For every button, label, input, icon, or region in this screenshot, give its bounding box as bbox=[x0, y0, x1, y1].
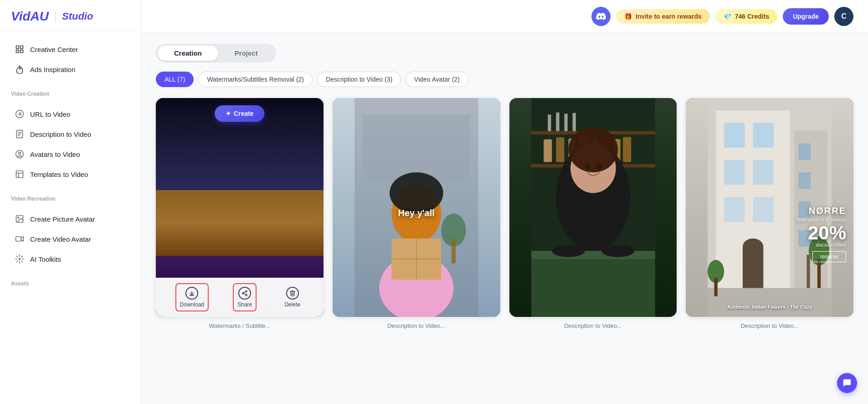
svg-rect-11 bbox=[16, 171, 23, 178]
svg-rect-2 bbox=[16, 50, 19, 53]
svg-rect-48 bbox=[623, 137, 631, 162]
section-label-assets: Assets bbox=[0, 273, 141, 290]
logo-studio: Studio bbox=[62, 10, 93, 22]
svg-point-55 bbox=[601, 245, 634, 257]
svg-rect-76 bbox=[817, 259, 821, 288]
svg-rect-25 bbox=[363, 114, 470, 181]
sidebar-item-url-to-video[interactable]: URL to Video bbox=[4, 104, 137, 124]
create-button[interactable]: ✦ Create bbox=[215, 105, 265, 122]
card4-overlay: NØRRE Now open to Business 20% discount … bbox=[693, 206, 846, 262]
grid-icon bbox=[15, 44, 25, 54]
video-card-1[interactable]: ✦ Create Download bbox=[156, 98, 324, 317]
file-text-icon bbox=[15, 129, 25, 139]
sidebar-label-ads-inspiration: Ads Inspiration bbox=[30, 66, 75, 73]
card4-bottom-text: Authentic Italian Flavors - The Cozy bbox=[686, 304, 853, 310]
content-area: Creation Project ALL (7) Watermarks/Subt… bbox=[141, 33, 868, 404]
svg-point-17 bbox=[19, 258, 20, 259]
download-icon bbox=[185, 287, 198, 300]
svg-point-56 bbox=[584, 163, 590, 169]
credits-button[interactable]: 💎 746 Credits bbox=[715, 9, 777, 24]
svg-point-15 bbox=[18, 217, 19, 218]
invite-button[interactable]: 🎁 Invite to earn rewards bbox=[616, 9, 710, 24]
sidebar-nav-recreation: Create Picture Avatar Create Video Avata… bbox=[0, 205, 141, 273]
main-content: 🎁 Invite to earn rewards 💎 746 Credits U… bbox=[141, 0, 868, 404]
section-label-video-creation: Video Creation bbox=[0, 83, 141, 100]
credits-label: 746 Credits bbox=[735, 13, 769, 20]
upgrade-label: Upgrade bbox=[793, 13, 819, 20]
card4-discount: discount offline bbox=[693, 243, 846, 248]
tab-creation[interactable]: Creation bbox=[158, 46, 218, 61]
svg-rect-40 bbox=[572, 113, 575, 131]
video-card-2[interactable]: Hey y'all bbox=[333, 98, 500, 317]
svg-rect-63 bbox=[753, 160, 774, 185]
svg-rect-1 bbox=[21, 46, 23, 49]
svg-rect-60 bbox=[724, 123, 745, 147]
svg-rect-70 bbox=[799, 172, 811, 189]
tabs-row: Creation Project bbox=[156, 44, 853, 62]
svg-rect-62 bbox=[724, 160, 745, 185]
filter-watermarks[interactable]: Watermarks/Subtitles Removal (2) bbox=[198, 72, 313, 87]
create-btn-icon: ✦ bbox=[226, 110, 231, 117]
discord-button[interactable] bbox=[591, 7, 611, 26]
sidebar-label-url-to-video: URL to Video bbox=[30, 110, 70, 118]
tab-project[interactable]: Project bbox=[218, 46, 274, 61]
upgrade-button[interactable]: Upgrade bbox=[783, 8, 829, 25]
svg-rect-39 bbox=[564, 114, 567, 131]
svg-rect-16 bbox=[16, 237, 21, 241]
card4-label: Description to Video... bbox=[686, 321, 853, 331]
card-wrapper-1: ✦ Create Download bbox=[156, 98, 324, 331]
create-btn-label: Create bbox=[234, 110, 254, 117]
svg-rect-37 bbox=[548, 114, 551, 131]
sidebar-label-create-picture-avatar: Create Picture Avatar bbox=[30, 215, 95, 223]
fire-icon bbox=[15, 64, 25, 74]
card4-reserve: reserve bbox=[812, 251, 846, 262]
svg-point-53 bbox=[568, 127, 618, 172]
share-button[interactable]: Share bbox=[233, 283, 257, 311]
download-button[interactable]: Download bbox=[175, 283, 209, 311]
sidebar-label-create-video-avatar: Create Video Avatar bbox=[30, 235, 91, 243]
svg-rect-42 bbox=[556, 137, 564, 162]
card4-brand: NØRRE bbox=[693, 206, 846, 216]
video-card-3[interactable] bbox=[509, 98, 677, 317]
svg-rect-49 bbox=[531, 255, 655, 317]
svg-line-23 bbox=[244, 292, 246, 293]
invite-label: Invite to earn rewards bbox=[636, 13, 702, 20]
svg-point-54 bbox=[552, 245, 585, 257]
invite-icon: 🎁 bbox=[624, 13, 632, 20]
card-wrapper-4: NØRRE Now open to Business 20% discount … bbox=[686, 98, 853, 331]
logo-area: VidAU Studio bbox=[0, 0, 141, 31]
logo-vidau: VidAU bbox=[11, 9, 49, 24]
filter-avatar[interactable]: Video Avatar (2) bbox=[406, 72, 468, 87]
sidebar-item-creative-center[interactable]: Creative Center bbox=[4, 40, 137, 59]
tool-icon bbox=[15, 254, 25, 264]
share-icon bbox=[238, 287, 251, 300]
card4-percent: 20% bbox=[693, 223, 846, 243]
user-avatar[interactable]: C bbox=[834, 7, 853, 26]
sidebar-label-templates-to-video: Templates to Video bbox=[30, 171, 88, 178]
filter-description[interactable]: Description to Video (3) bbox=[317, 72, 401, 87]
card-wrapper-3: Description to Video... bbox=[509, 98, 677, 331]
sidebar-item-ai-toolkits[interactable]: AI Toolkits bbox=[4, 249, 137, 269]
svg-rect-78 bbox=[714, 278, 718, 296]
sidebar-item-ads-inspiration[interactable]: Ads Inspiration bbox=[4, 60, 137, 79]
sidebar-item-create-picture-avatar[interactable]: Create Picture Avatar bbox=[4, 209, 137, 228]
avatar-initial: C bbox=[841, 12, 847, 21]
section-label-video-recreation: Video Recreation bbox=[0, 188, 141, 205]
chat-widget[interactable] bbox=[837, 373, 857, 393]
sidebar-item-description-to-video[interactable]: Description to Video bbox=[4, 124, 137, 144]
svg-point-10 bbox=[19, 152, 21, 155]
card1-label: Watermarks / Subtitle... bbox=[156, 321, 324, 331]
svg-rect-41 bbox=[544, 140, 552, 162]
delete-button[interactable]: Delete bbox=[281, 284, 304, 311]
user-circle-icon bbox=[15, 149, 25, 159]
sidebar-label-ai-toolkits: AI Toolkits bbox=[30, 255, 61, 263]
card-wrapper-2: Hey y'all Description to Video... bbox=[333, 98, 500, 331]
filter-all[interactable]: ALL (7) bbox=[156, 72, 194, 87]
sidebar-item-templates-to-video[interactable]: Templates to Video bbox=[4, 165, 137, 184]
svg-rect-0 bbox=[16, 46, 19, 49]
sidebar-item-create-video-avatar[interactable]: Create Video Avatar bbox=[4, 229, 137, 249]
video-card-4[interactable]: NØRRE Now open to Business 20% discount … bbox=[686, 98, 853, 317]
svg-rect-61 bbox=[753, 123, 774, 147]
sidebar-item-avatars-to-video[interactable]: Avatars to Video bbox=[4, 145, 137, 164]
svg-point-30 bbox=[390, 172, 443, 214]
